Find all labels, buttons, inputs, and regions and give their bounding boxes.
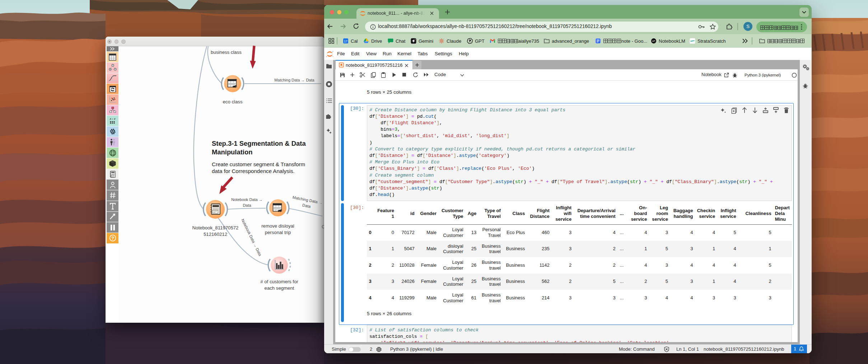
svg-text:Data: Data	[243, 203, 251, 207]
svg-text:Notebook_811970572: Notebook_811970572	[192, 225, 239, 230]
svg-text:# of customers for: # of customers for	[260, 279, 298, 284]
svg-text:data for Correspondence Analys: data for Correspondence Analysis.	[212, 168, 295, 174]
svg-text:each segment: each segment	[265, 285, 294, 291]
svg-text:Step.3-1 Segmentation & Data: Step.3-1 Segmentation & Data	[212, 140, 306, 147]
svg-text:eco class: eco class	[223, 99, 243, 104]
svg-text:Create customer segment & Tran: Create customer segment & Transform	[212, 161, 305, 167]
svg-text:512160212: 512160212	[204, 232, 227, 237]
svg-text:Manipulation: Manipulation	[212, 148, 252, 156]
svg-text:17: 17	[344, 39, 347, 43]
svg-text:remove disloyal: remove disloyal	[261, 223, 294, 229]
svg-text:Notebook Data →: Notebook Data →	[231, 197, 262, 202]
svg-text:business class: business class	[211, 50, 242, 55]
svg-text:personal trip: personal trip	[265, 230, 291, 235]
svg-text:Data: Data	[302, 203, 311, 209]
svg-text:Matching Data → Data: Matching Data → Data	[274, 78, 314, 82]
